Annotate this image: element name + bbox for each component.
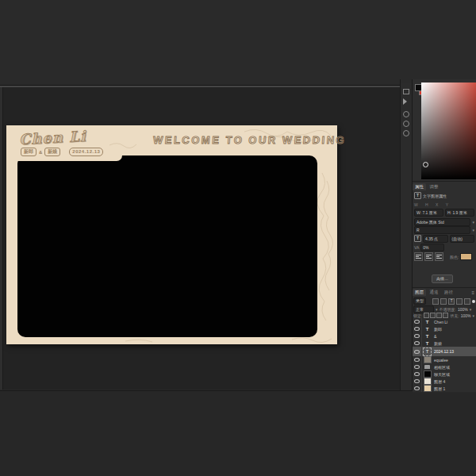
filter-kind-select[interactable]: 类型 (413, 298, 426, 305)
font-style-row: R ▾ (414, 226, 474, 233)
capture-black-region[interactable] (17, 155, 317, 337)
welcome-title: WELCOME TO OUR WEDDING (152, 134, 336, 146)
color-picker-cursor[interactable] (423, 162, 428, 167)
visibility-eye-icon[interactable] (413, 325, 422, 332)
tab-paths[interactable]: 路径 (442, 289, 455, 296)
chevron-down-icon[interactable]: ▾ (472, 220, 474, 225)
alignment-color-row: 颜色: (414, 253, 474, 260)
tracking-icon: VA (414, 245, 419, 250)
properties-tabbar: 属性 调整 (413, 183, 476, 190)
dock-panel-icon[interactable] (403, 89, 409, 94)
layer-name[interactable]: 聊天区域 (432, 372, 476, 377)
layer-name[interactable]: 新娘 (432, 341, 476, 346)
image-layer-thumbnail[interactable] (422, 356, 432, 363)
size-leading-row: T 4.35 点 (自动) (414, 235, 474, 242)
layer-name[interactable]: 图层 1 (432, 386, 476, 391)
text-layer-thumbnail[interactable]: T (422, 334, 432, 339)
filter-adjustment-icon[interactable] (440, 298, 447, 305)
image-layer-thumbnail[interactable] (422, 370, 432, 378)
font-style-select[interactable]: R (414, 226, 470, 234)
dock-expand-icon[interactable] (403, 98, 407, 105)
layer-name[interactable]: 2024.12.13 (432, 349, 476, 354)
badge-row: 新郎 & 新娘 2024.12.13 (21, 148, 103, 156)
chevron-down-icon[interactable]: ▾ (473, 313, 475, 318)
dock-libraries-icon[interactable] (403, 130, 409, 136)
visibility-eye-icon[interactable] (413, 378, 422, 385)
opacity-value[interactable]: 100% (458, 307, 468, 312)
layer-name[interactable]: Chen Li (432, 320, 476, 324)
visibility-eye-icon[interactable] (413, 332, 422, 340)
filter-smart-object-icon[interactable] (464, 298, 470, 305)
layers-panel: 图层 通道 路径 ≡ 类型 T 正常 ▾ 不透明度: 100% ▾ (413, 287, 476, 391)
properties-panel: 属性 调整 T 文字图层属性 W H X Y W: 7.1 厘米 H: 1.9 … (413, 181, 476, 286)
tab-channels[interactable]: 通道 (428, 289, 441, 296)
layer-row[interactable]: 图层 1 (413, 385, 476, 393)
layer-name[interactable]: 新郎 (432, 327, 476, 332)
opacity-label: 不透明度: (440, 307, 456, 312)
top-empty-area (0, 0, 476, 85)
dock-swatches-icon[interactable] (403, 121, 409, 127)
visibility-eye-icon[interactable] (413, 356, 422, 363)
dock-color-icon[interactable] (403, 111, 409, 117)
visibility-eye-icon[interactable] (413, 340, 422, 347)
lock-transparency-icon[interactable] (424, 313, 429, 318)
color-label: 颜色: (450, 255, 459, 259)
image-layer-thumbnail[interactable] (422, 385, 432, 392)
align-right-button[interactable] (435, 252, 443, 261)
tab-adjustments[interactable]: 调整 (428, 183, 441, 190)
fill-value[interactable]: 100% (461, 313, 471, 318)
lock-pixels-icon[interactable] (430, 313, 436, 318)
font-size-field[interactable]: 4.35 点 (423, 235, 448, 243)
text-layer-thumbnail[interactable]: T (422, 341, 432, 346)
type-color-swatch[interactable] (460, 253, 472, 260)
tracking-row: VA 0% (414, 244, 474, 251)
visibility-eye-icon[interactable] (413, 370, 422, 378)
chevron-down-icon[interactable]: ▾ (436, 307, 438, 312)
panel-menu-icon[interactable]: ≡ (471, 290, 474, 295)
advanced-button[interactable]: 高级… (432, 274, 453, 283)
chevron-down-icon[interactable]: ▾ (470, 307, 472, 312)
lock-all-icon[interactable] (443, 313, 448, 318)
tracking-field[interactable]: 0% (420, 244, 444, 251)
filter-type-icon[interactable]: T (448, 298, 455, 305)
layer-name[interactable]: 图层 4 (432, 379, 476, 384)
photoshop-window: Chen Li 新郎 & 新娘 2024.12.13 WELCOME TO OU… (0, 0, 476, 476)
saturation-brightness-picker[interactable] (421, 83, 476, 179)
black-region-step (17, 155, 122, 161)
document-canvas[interactable]: Chen Li 新郎 & 新娘 2024.12.13 WELCOME TO OU… (6, 125, 337, 344)
text-layer-thumbnail[interactable]: T (422, 327, 432, 332)
chevron-down-icon[interactable]: ▾ (472, 228, 474, 232)
collapsed-toolbar-edge (0, 87, 3, 390)
height-field[interactable]: H: 1.9 厘米 (445, 209, 474, 217)
width-field[interactable]: W: 7.1 厘米 (414, 209, 443, 217)
groom-badge: 新郎 (21, 148, 36, 156)
tab-properties[interactable]: 属性 (413, 183, 426, 190)
layer-name[interactable]: & (432, 334, 476, 339)
lock-position-icon[interactable] (436, 313, 442, 318)
layers-tabbar: 图层 通道 路径 ≡ (413, 289, 476, 296)
filter-shape-icon[interactable] (456, 298, 463, 305)
fill-label: 填充: (450, 313, 459, 318)
text-layer-thumbnail[interactable]: T (422, 320, 432, 324)
logo-text: Chen Li (19, 128, 87, 148)
visibility-eye-icon[interactable] (413, 318, 422, 325)
visibility-eye-icon[interactable] (413, 363, 422, 370)
date-badge: 2024.12.13 (69, 148, 103, 156)
align-left-button[interactable] (414, 252, 423, 261)
leading-field[interactable]: (自动) (450, 235, 475, 243)
image-layer-thumbnail[interactable] (422, 378, 432, 385)
filter-toggle-icon[interactable] (472, 300, 475, 303)
visibility-eye-icon[interactable] (413, 347, 422, 356)
lock-label: 锁定: (413, 313, 422, 318)
font-family-row: Adobe 黑体 Std ▾ (414, 218, 474, 225)
filter-pixel-icon[interactable] (432, 298, 439, 305)
align-center-button[interactable] (424, 252, 433, 261)
text-layer-thumbnail-editing[interactable]: T (422, 347, 432, 356)
layer-name[interactable]: equalee (432, 358, 476, 363)
tab-layers[interactable]: 图层 (413, 289, 426, 296)
font-size-icon: T (414, 235, 421, 242)
visibility-eye-icon[interactable] (413, 385, 422, 392)
layer-name[interactable]: 相框区域 (432, 365, 476, 370)
group-folder-icon[interactable] (422, 365, 432, 369)
font-family-select[interactable]: Adobe 黑体 Std (414, 218, 470, 226)
